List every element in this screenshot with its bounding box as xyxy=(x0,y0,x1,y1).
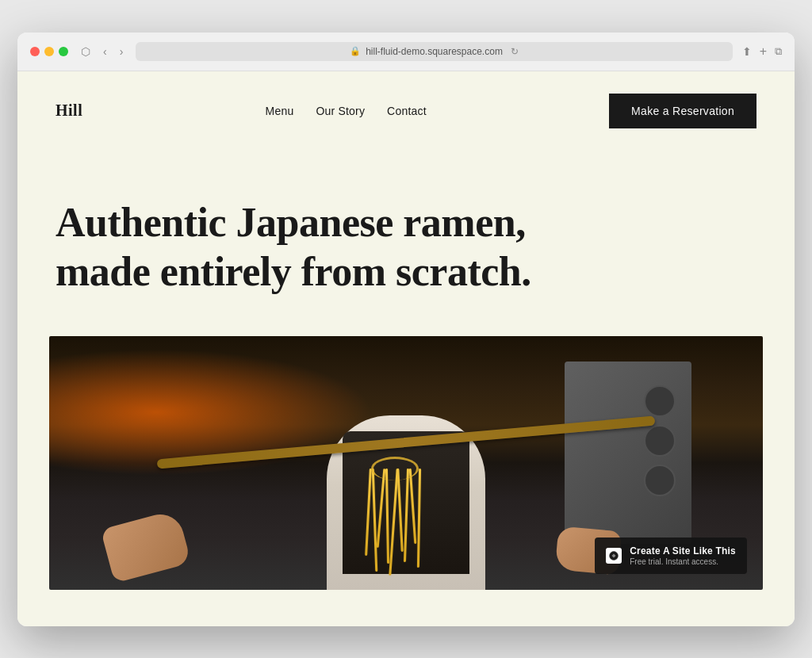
hero-section: Authentic Japanese ramen, made entirely … xyxy=(17,151,795,337)
address-bar[interactable]: 🔒 hill-fluid-demo.squarespace.com ↻ xyxy=(136,42,732,61)
noodle-3 xyxy=(377,469,386,548)
hero-title-line2: made entirely from scratch. xyxy=(56,249,531,294)
nav-our-story-link[interactable]: Our Story xyxy=(316,105,365,117)
new-tab-button[interactable]: + xyxy=(760,44,767,59)
badge-subtitle: Free trial. Instant access. xyxy=(630,557,736,566)
browser-actions: ⬆ + ⧉ xyxy=(742,44,782,59)
chef-scene: Create A Site Like This Free trial. Inst… xyxy=(49,336,763,590)
badge-title: Create A Site Like This xyxy=(630,545,736,557)
noodle-1 xyxy=(365,469,372,556)
noodle-bunch xyxy=(371,457,419,480)
badge-text: Create A Site Like This Free trial. Inst… xyxy=(630,545,736,566)
browser-chrome: ⬡ ‹ › 🔒 hill-fluid-demo.squarespace.com … xyxy=(17,33,795,71)
close-button[interactable] xyxy=(30,47,40,56)
noodle-7 xyxy=(404,469,409,562)
equipment-panel xyxy=(565,362,691,544)
nav-contact-link[interactable]: Contact xyxy=(387,105,427,117)
noodle-8 xyxy=(409,469,417,544)
lock-icon: 🔒 xyxy=(350,46,361,56)
hero-title: Authentic Japanese ramen, made entirely … xyxy=(56,198,531,297)
share-button[interactable]: ⬆ xyxy=(742,45,752,58)
nav-menu-link[interactable]: Menu xyxy=(266,105,294,117)
minimize-button[interactable] xyxy=(44,47,54,56)
traffic-lights xyxy=(30,47,68,56)
site-logo[interactable]: Hill xyxy=(56,101,82,120)
noodle-4 xyxy=(385,469,389,564)
browser-controls: ⬡ ‹ › xyxy=(78,44,126,59)
squarespace-badge[interactable]: Create A Site Like This Free trial. Inst… xyxy=(595,537,747,574)
noodle-9 xyxy=(417,469,421,568)
equipment-detail-2 xyxy=(644,425,676,457)
browser-window: ⬡ ‹ › 🔒 hill-fluid-demo.squarespace.com … xyxy=(17,33,795,626)
forward-arrow[interactable]: › xyxy=(117,44,127,59)
url-text: hill-fluid-demo.squarespace.com xyxy=(366,46,503,57)
equipment-detail-1 xyxy=(644,385,676,417)
back-button[interactable]: ⬡ xyxy=(78,44,94,59)
squarespace-logo xyxy=(606,548,622,564)
squarespace-logo-svg xyxy=(608,550,619,561)
hero-title-line1: Authentic Japanese ramen, xyxy=(56,200,526,245)
equipment-detail-3 xyxy=(644,465,676,496)
noodles xyxy=(363,469,427,580)
tab-manager-button[interactable]: ⧉ xyxy=(775,45,782,58)
website-content: Hill Menu Our Story Contact Make a Reser… xyxy=(17,71,795,626)
nav-links: Menu Our Story Contact xyxy=(266,105,427,117)
refresh-icon[interactable]: ↻ xyxy=(511,46,519,57)
back-arrow[interactable]: ‹ xyxy=(100,44,110,59)
maximize-button[interactable] xyxy=(59,47,68,56)
navigation: Hill Menu Our Story Contact Make a Reser… xyxy=(17,71,795,151)
reservation-button[interactable]: Make a Reservation xyxy=(609,94,756,128)
noodle-2 xyxy=(372,469,378,572)
hero-image: Create A Site Like This Free trial. Inst… xyxy=(49,336,763,590)
noodle-6 xyxy=(396,469,403,552)
